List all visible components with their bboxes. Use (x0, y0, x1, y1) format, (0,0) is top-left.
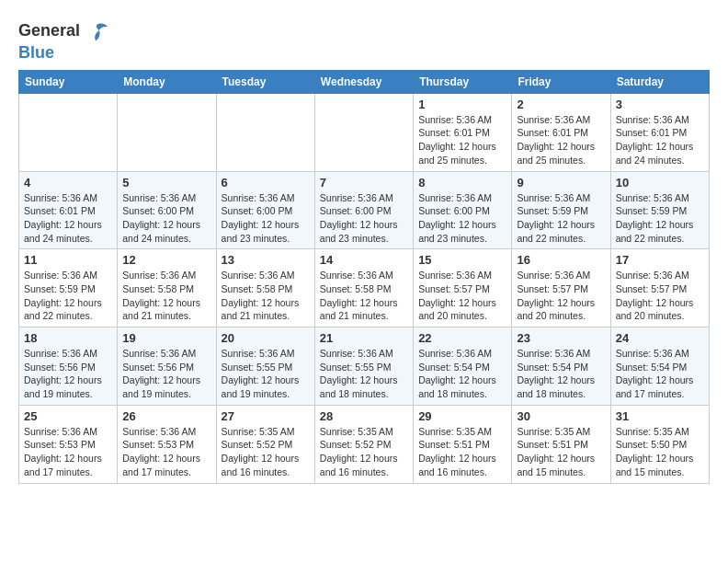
logo-text-general: General (18, 22, 80, 40)
day-number: 5 (122, 176, 210, 190)
day-number: 6 (222, 176, 310, 190)
day-number: 2 (517, 98, 605, 111)
day-info: Sunrise: 5:35 AMSunset: 5:52 PMDaylight:… (320, 425, 408, 479)
calendar-header-friday: Friday (512, 70, 610, 93)
calendar-cell: 30Sunrise: 5:35 AMSunset: 5:51 PMDayligh… (512, 405, 610, 483)
day-number: 13 (222, 253, 310, 267)
day-info: Sunrise: 5:36 AMSunset: 6:01 PMDaylight:… (616, 113, 704, 167)
day-info: Sunrise: 5:36 AMSunset: 5:57 PMDaylight:… (517, 269, 605, 323)
day-info: Sunrise: 5:36 AMSunset: 5:57 PMDaylight:… (616, 269, 704, 323)
calendar-week-row: 4Sunrise: 5:36 AMSunset: 6:01 PMDaylight… (19, 171, 710, 249)
day-info: Sunrise: 5:36 AMSunset: 5:58 PMDaylight:… (122, 269, 210, 323)
day-info: Sunrise: 5:36 AMSunset: 5:54 PMDaylight:… (616, 347, 704, 401)
day-info: Sunrise: 5:35 AMSunset: 5:51 PMDaylight:… (418, 425, 506, 479)
logo-bird-icon (84, 18, 109, 44)
calendar-cell: 15Sunrise: 5:36 AMSunset: 5:57 PMDayligh… (414, 249, 512, 327)
day-info: Sunrise: 5:36 AMSunset: 6:00 PMDaylight:… (418, 191, 506, 246)
calendar-cell: 23Sunrise: 5:36 AMSunset: 5:54 PMDayligh… (512, 327, 610, 406)
day-info: Sunrise: 5:36 AMSunset: 5:55 PMDaylight:… (222, 347, 310, 401)
day-info: Sunrise: 5:35 AMSunset: 5:50 PMDaylight:… (616, 425, 704, 479)
day-number: 8 (418, 176, 506, 190)
calendar-week-row: 11Sunrise: 5:36 AMSunset: 5:59 PMDayligh… (19, 249, 710, 327)
logo-text-blue: Blue (18, 43, 54, 62)
calendar-cell: 26Sunrise: 5:36 AMSunset: 5:53 PMDayligh… (118, 405, 216, 483)
day-number: 15 (418, 253, 506, 267)
day-info: Sunrise: 5:35 AMSunset: 5:51 PMDaylight:… (517, 425, 605, 479)
day-number: 18 (24, 331, 112, 345)
day-number: 23 (517, 331, 605, 345)
calendar-header-sunday: Sunday (19, 70, 118, 93)
day-number: 9 (517, 176, 605, 190)
day-number: 31 (616, 409, 704, 423)
day-info: Sunrise: 5:36 AMSunset: 6:00 PMDaylight:… (320, 191, 408, 246)
calendar-header-wednesday: Wednesday (314, 70, 413, 93)
calendar-cell: 3Sunrise: 5:36 AMSunset: 6:01 PMDaylight… (610, 93, 709, 171)
logo: General Blue (18, 18, 109, 63)
day-info: Sunrise: 5:36 AMSunset: 5:56 PMDaylight:… (122, 347, 210, 401)
day-info: Sunrise: 5:36 AMSunset: 5:57 PMDaylight:… (418, 269, 506, 323)
day-info: Sunrise: 5:35 AMSunset: 5:52 PMDaylight:… (222, 425, 310, 479)
day-info: Sunrise: 5:36 AMSunset: 5:59 PMDaylight:… (616, 191, 704, 246)
calendar-table: SundayMondayTuesdayWednesdayThursdayFrid… (18, 70, 710, 484)
calendar-cell: 19Sunrise: 5:36 AMSunset: 5:56 PMDayligh… (118, 327, 216, 406)
calendar-header-tuesday: Tuesday (216, 70, 314, 93)
day-number: 1 (418, 98, 506, 111)
calendar-cell (216, 93, 314, 171)
calendar-cell: 29Sunrise: 5:35 AMSunset: 5:51 PMDayligh… (414, 405, 512, 483)
day-info: Sunrise: 5:36 AMSunset: 5:59 PMDaylight:… (24, 269, 112, 323)
day-info: Sunrise: 5:36 AMSunset: 5:54 PMDaylight:… (517, 347, 605, 401)
day-number: 20 (222, 331, 310, 345)
calendar-cell: 6Sunrise: 5:36 AMSunset: 6:00 PMDaylight… (216, 171, 314, 249)
calendar-cell: 9Sunrise: 5:36 AMSunset: 5:59 PMDaylight… (512, 171, 610, 249)
calendar-cell: 2Sunrise: 5:36 AMSunset: 6:01 PMDaylight… (512, 93, 610, 171)
day-info: Sunrise: 5:36 AMSunset: 5:55 PMDaylight:… (320, 347, 408, 401)
day-info: Sunrise: 5:36 AMSunset: 5:53 PMDaylight:… (122, 425, 210, 479)
calendar-cell: 11Sunrise: 5:36 AMSunset: 5:59 PMDayligh… (19, 249, 118, 327)
day-number: 3 (616, 98, 704, 111)
day-number: 7 (320, 176, 408, 190)
calendar-cell: 20Sunrise: 5:36 AMSunset: 5:55 PMDayligh… (216, 327, 314, 406)
day-number: 19 (122, 331, 210, 345)
calendar-cell: 12Sunrise: 5:36 AMSunset: 5:58 PMDayligh… (118, 249, 216, 327)
calendar-cell: 4Sunrise: 5:36 AMSunset: 6:01 PMDaylight… (19, 171, 118, 249)
calendar-cell: 16Sunrise: 5:36 AMSunset: 5:57 PMDayligh… (512, 249, 610, 327)
calendar-cell (314, 93, 413, 171)
calendar-cell: 13Sunrise: 5:36 AMSunset: 5:58 PMDayligh… (216, 249, 314, 327)
calendar-cell: 24Sunrise: 5:36 AMSunset: 5:54 PMDayligh… (610, 327, 709, 406)
calendar-cell: 17Sunrise: 5:36 AMSunset: 5:57 PMDayligh… (610, 249, 709, 327)
day-number: 12 (122, 253, 210, 267)
day-info: Sunrise: 5:36 AMSunset: 5:58 PMDaylight:… (222, 269, 310, 323)
calendar-header-row: SundayMondayTuesdayWednesdayThursdayFrid… (19, 70, 710, 93)
calendar-header-monday: Monday (118, 70, 216, 93)
day-info: Sunrise: 5:36 AMSunset: 5:53 PMDaylight:… (24, 425, 112, 479)
calendar-cell: 21Sunrise: 5:36 AMSunset: 5:55 PMDayligh… (314, 327, 413, 406)
calendar-cell: 5Sunrise: 5:36 AMSunset: 6:00 PMDaylight… (118, 171, 216, 249)
calendar-header-saturday: Saturday (610, 70, 709, 93)
calendar-cell: 14Sunrise: 5:36 AMSunset: 5:58 PMDayligh… (314, 249, 413, 327)
day-info: Sunrise: 5:36 AMSunset: 5:59 PMDaylight:… (517, 191, 605, 246)
calendar-week-row: 18Sunrise: 5:36 AMSunset: 5:56 PMDayligh… (19, 327, 710, 406)
day-number: 29 (418, 409, 506, 423)
calendar-body: 1Sunrise: 5:36 AMSunset: 6:01 PMDaylight… (19, 93, 710, 483)
day-number: 17 (616, 253, 704, 267)
day-number: 10 (616, 176, 704, 190)
page-header: General Blue (18, 15, 710, 63)
calendar-cell: 10Sunrise: 5:36 AMSunset: 5:59 PMDayligh… (610, 171, 709, 249)
calendar-cell: 1Sunrise: 5:36 AMSunset: 6:01 PMDaylight… (414, 93, 512, 171)
day-number: 4 (24, 176, 112, 190)
calendar-cell: 31Sunrise: 5:35 AMSunset: 5:50 PMDayligh… (610, 405, 709, 483)
day-number: 16 (517, 253, 605, 267)
day-info: Sunrise: 5:36 AMSunset: 6:01 PMDaylight:… (517, 113, 605, 167)
calendar-cell: 25Sunrise: 5:36 AMSunset: 5:53 PMDayligh… (19, 405, 118, 483)
day-info: Sunrise: 5:36 AMSunset: 6:01 PMDaylight:… (418, 113, 506, 167)
day-number: 22 (418, 331, 506, 345)
day-info: Sunrise: 5:36 AMSunset: 5:54 PMDaylight:… (418, 347, 506, 401)
day-number: 14 (320, 253, 408, 267)
day-info: Sunrise: 5:36 AMSunset: 6:00 PMDaylight:… (122, 191, 210, 246)
day-number: 30 (517, 409, 605, 423)
day-info: Sunrise: 5:36 AMSunset: 6:01 PMDaylight:… (24, 191, 112, 246)
day-number: 26 (122, 409, 210, 423)
day-number: 21 (320, 331, 408, 345)
day-number: 28 (320, 409, 408, 423)
day-number: 27 (222, 409, 310, 423)
